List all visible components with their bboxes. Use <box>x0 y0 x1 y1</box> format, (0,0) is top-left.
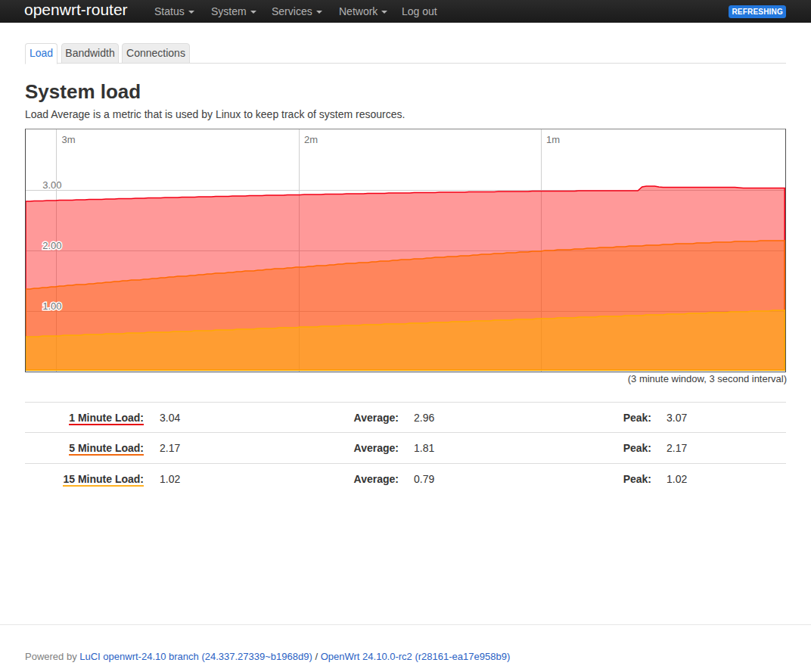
svg-text:2m: 2m <box>304 134 318 145</box>
svg-text:3.00: 3.00 <box>42 179 61 191</box>
svg-text:2.00: 2.00 <box>42 240 61 251</box>
svg-text:3m: 3m <box>62 134 76 145</box>
svg-text:1.00: 1.00 <box>42 300 61 312</box>
svg-text:1m: 1m <box>546 134 560 145</box>
